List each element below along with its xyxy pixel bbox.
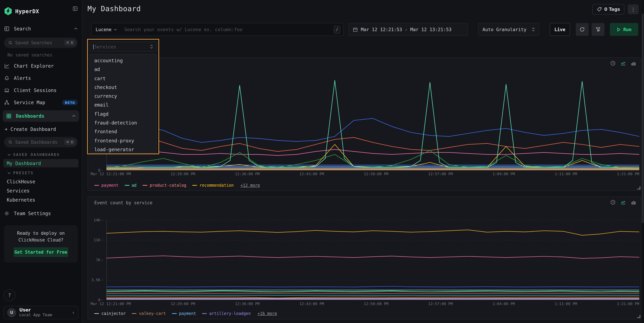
avatar: U: [7, 308, 16, 317]
section-saved-dashboards[interactable]: SAVED DASHBOARDS: [4, 153, 78, 157]
user-team: Local App Team: [19, 313, 52, 317]
clock-icon[interactable]: [610, 61, 616, 66]
section-presets[interactable]: PRESETS: [4, 171, 78, 175]
saved-dashboards-input[interactable]: Saved Dashboards ⌘ K: [4, 137, 78, 147]
play-icon: [617, 27, 621, 32]
bar-chart-icon[interactable]: [631, 61, 636, 66]
kebab-menu-button[interactable]: ⋮: [628, 5, 638, 14]
scrollbar-thumb[interactable]: [642, 14, 644, 223]
run-button[interactable]: Run: [610, 23, 638, 36]
legend-item[interactable]: ad: [124, 183, 136, 188]
search-icon: [8, 140, 12, 144]
language-select[interactable]: Lucene: [92, 23, 121, 36]
dropdown-option[interactable]: flagd: [90, 110, 156, 119]
time-range-input[interactable]: Mar 12 12:21:53 - Mar 12 13:21:53: [348, 23, 468, 36]
sidebar-item-alerts[interactable]: Alerts: [4, 74, 78, 82]
legend-item[interactable]: recommendation: [192, 183, 234, 188]
sidebar-item-chart-explorer[interactable]: Chart Explorer: [4, 62, 78, 70]
sidebar-preset-item[interactable]: Services: [4, 186, 78, 195]
refresh-button[interactable]: [576, 23, 588, 36]
y-axis-label: 14K: [94, 218, 103, 222]
x-axis-label: 12:36:00 PM: [235, 172, 260, 176]
sidebar-item-service-map[interactable]: Service Map BETA: [4, 99, 78, 106]
legend-swatch: [202, 313, 207, 314]
legend-label: cainjector: [101, 311, 126, 316]
legend-swatch: [124, 185, 129, 186]
legend-item[interactable]: product-catalog: [142, 183, 186, 188]
sidebar-collapse-icon[interactable]: [73, 6, 78, 11]
legend-label: ad: [132, 183, 136, 188]
bar-chart-icon[interactable]: [631, 200, 636, 205]
live-button[interactable]: Live: [550, 23, 570, 36]
calendar-icon: [353, 27, 358, 32]
x-axis-label: 12:36:00 PM: [235, 302, 260, 306]
scrollbar-track[interactable]: [641, 0, 644, 323]
chart-toolbar: [610, 61, 636, 66]
select-chevrons-icon: [150, 44, 153, 49]
line-chart-icon[interactable]: [620, 61, 626, 66]
chart-plot-area[interactable]: [106, 220, 639, 300]
dropdown-option[interactable]: cart: [90, 74, 156, 83]
dropdown-option[interactable]: ad: [90, 65, 156, 74]
y-axis-label: 11K: [94, 238, 103, 242]
dropdown-option[interactable]: checkout: [90, 83, 156, 92]
sidebar-item-client-sessions[interactable]: Client Sessions: [4, 87, 78, 94]
chevron-up-icon[interactable]: [72, 115, 76, 117]
get-started-button[interactable]: Get Started for Free: [14, 247, 68, 257]
dropdown-option[interactable]: email: [90, 101, 156, 110]
legend-item[interactable]: valkey-cart: [132, 311, 166, 316]
x-axis-label: 1:11:00 PM: [555, 172, 577, 176]
legend-swatch: [172, 313, 176, 314]
legend-item[interactable]: cainjector: [94, 311, 126, 316]
granularity-select[interactable]: Auto Granularity: [478, 23, 539, 36]
sidebar-item-search[interactable]: Search: [4, 25, 78, 33]
dropdown-option[interactable]: load-generator: [90, 145, 156, 154]
chevron-up-icon[interactable]: [74, 27, 78, 30]
tags-button[interactable]: 0 Tags: [592, 4, 624, 15]
presets-list: ClickHouseServicesKubernetes: [4, 177, 78, 204]
saved-searches-input[interactable]: Saved Searches ⌘ K: [4, 38, 78, 48]
dropdown-option[interactable]: frontend-proxy: [90, 136, 156, 145]
line-chart-icon[interactable]: [620, 200, 626, 205]
legend-item[interactable]: artillery-loadgen: [202, 311, 251, 316]
sidebar-item-team-settings[interactable]: Team Settings: [4, 210, 78, 217]
x-axis-label: 1:11:00 PM: [555, 302, 577, 306]
legend-label: valkey-cart: [139, 311, 166, 316]
search-bar[interactable]: Lucene Search your events w/ Lucene ex. …: [91, 23, 344, 36]
help-button[interactable]: ?: [4, 289, 16, 301]
panel-resize-handle[interactable]: [637, 315, 640, 318]
sidebar-item-my-dashboard[interactable]: My Dashboard: [4, 159, 78, 167]
sidebar-item-label: Service Map: [14, 100, 45, 105]
dropdown-option[interactable]: accounting: [90, 56, 156, 65]
legend-more-link[interactable]: +12 more: [240, 183, 260, 188]
granularity-value: Auto Granularity: [482, 27, 526, 32]
create-dashboard-button[interactable]: + Create Dashboard: [4, 127, 78, 132]
panel-resize-handle[interactable]: [637, 186, 640, 189]
sidebar-item-dashboards[interactable]: Dashboards: [3, 110, 79, 122]
sidebar-preset-item[interactable]: Kubernetes: [4, 195, 78, 204]
x-axis-label: 1:04:00 PM: [493, 172, 515, 176]
beta-badge: BETA: [62, 100, 78, 105]
dropdown-option[interactable]: currency: [90, 92, 156, 101]
filter-button[interactable]: [592, 23, 604, 36]
x-axis-label: 12:43:00 PM: [299, 302, 324, 306]
chart-title: Event count by service: [94, 200, 152, 205]
page-title: My Dashboard: [88, 5, 141, 13]
sidebar-preset-item[interactable]: ClickHouse: [4, 177, 78, 186]
legend-more-link[interactable]: +16 more: [258, 311, 277, 316]
bell-icon: [4, 75, 10, 81]
dropdown-option[interactable]: fraud-detection: [90, 118, 156, 127]
x-axis-label: 1:21:00 PM: [617, 302, 639, 306]
chart-plot-area[interactable]: [106, 70, 639, 170]
legend-swatch: [94, 313, 99, 314]
legend-item[interactable]: payment: [94, 183, 118, 188]
dropdown-option[interactable]: frontend: [90, 127, 156, 136]
saved-dashboards-list: My Dashboard: [4, 159, 78, 167]
search-input[interactable]: Search your events w/ Lucene ex. column:…: [124, 27, 242, 32]
user-card[interactable]: U User Local App Team ›: [4, 306, 78, 319]
chevron-down-icon: [8, 154, 11, 156]
services-filter-input[interactable]: Services: [90, 42, 157, 52]
legend-item[interactable]: payment: [172, 311, 196, 316]
clock-icon[interactable]: [610, 200, 616, 205]
services-placeholder: Services: [94, 44, 116, 49]
